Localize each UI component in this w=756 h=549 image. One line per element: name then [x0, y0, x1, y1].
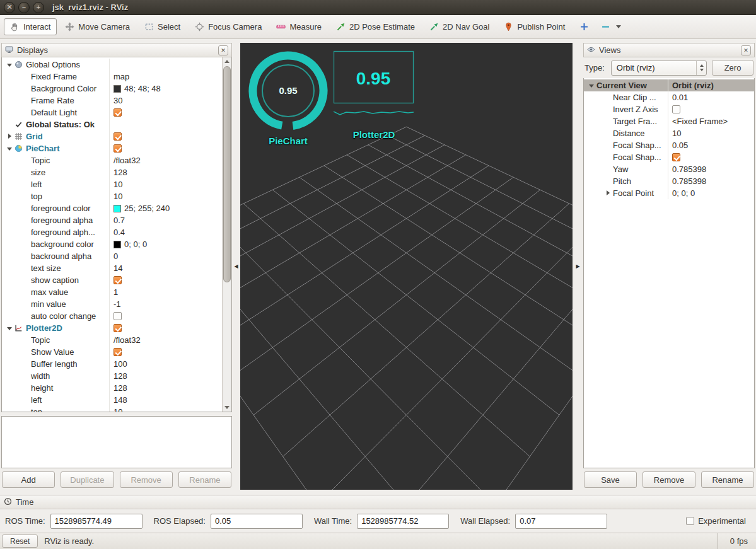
- displays-close-icon[interactable]: ✕: [218, 45, 228, 55]
- views-row-focal-shap[interactable]: Focal Shap...: [584, 151, 754, 163]
- views-splitter[interactable]: ▶: [573, 43, 583, 490]
- toolbar: InteractMove CameraSelectFocus CameraMea…: [0, 15, 756, 39]
- displays-row-grid[interactable]: Grid: [2, 130, 221, 142]
- displays-row-background-color[interactable]: Background Color48; 48; 48: [2, 83, 221, 95]
- displays-panel-header[interactable]: Displays ✕: [1, 43, 232, 57]
- displays-row-min-value[interactable]: min value-1: [2, 298, 221, 310]
- expander-open-icon[interactable]: [6, 324, 15, 333]
- displays-row-topic[interactable]: Topic/float32: [2, 334, 221, 346]
- zero-button[interactable]: Zero: [712, 60, 753, 76]
- displays-row-left[interactable]: left148: [2, 394, 221, 406]
- scrollbar-thumb[interactable]: [223, 66, 231, 282]
- displays-row-foreground-color[interactable]: foreground color25; 255; 240: [2, 202, 221, 214]
- views-row-target-fra[interactable]: Target Fra...<Fixed Frame>: [584, 115, 754, 127]
- displays-row-backround-alpha[interactable]: backround alpha0: [2, 250, 221, 262]
- displays-row-max-value[interactable]: max value1: [2, 286, 221, 298]
- checkbox[interactable]: [113, 324, 122, 332]
- displays-row-left[interactable]: left10: [2, 178, 221, 190]
- displays-row-frame-rate[interactable]: Frame Rate30: [2, 95, 221, 107]
- maximize-button[interactable]: +: [33, 2, 44, 13]
- views-row-current-view[interactable]: Current ViewOrbit (rviz): [584, 79, 754, 91]
- rename-button[interactable]: Rename: [701, 471, 754, 488]
- displays-row-show-caption[interactable]: show caption: [2, 274, 221, 286]
- reset-button[interactable]: Reset: [2, 535, 38, 548]
- displays-row-size[interactable]: size128: [2, 166, 221, 178]
- displays-row-height[interactable]: height128: [2, 382, 221, 394]
- views-row-yaw[interactable]: Yaw0.785398: [584, 163, 754, 175]
- displays-row-global-options[interactable]: Global Options: [2, 59, 221, 71]
- expander-open-icon[interactable]: [6, 61, 15, 69]
- expander-open-icon[interactable]: [6, 144, 15, 153]
- minimize-button[interactable]: −: [18, 2, 30, 13]
- tool-select[interactable]: Select: [138, 18, 187, 35]
- checkbox[interactable]: [113, 348, 122, 356]
- views-row-focal-point[interactable]: Focal Point0; 0; 0: [584, 187, 754, 199]
- tool-publish-point[interactable]: Publish Point: [497, 18, 571, 35]
- displays-row-topic[interactable]: Topic/float32: [2, 154, 221, 166]
- ros-elapsed-input[interactable]: [211, 514, 303, 529]
- tool-measure[interactable]: Measure: [270, 18, 328, 35]
- remove-button[interactable]: Remove: [120, 471, 173, 488]
- rename-button[interactable]: Rename: [178, 471, 231, 488]
- views-close-icon[interactable]: ✕: [741, 45, 751, 55]
- experimental-wrap: Experimental: [686, 516, 751, 526]
- views-row-near-clip[interactable]: Near Clip ...0.01: [584, 91, 754, 103]
- views-panel-header[interactable]: Views ✕: [583, 43, 755, 57]
- displays-row-top[interactable]: top10: [2, 406, 221, 412]
- checkbox[interactable]: [672, 153, 680, 161]
- remove-button[interactable]: Remove: [643, 471, 695, 488]
- displays-row-text-size[interactable]: text size14: [2, 262, 221, 274]
- dropdown-caret-icon[interactable]: [616, 25, 621, 31]
- scroll-down-button[interactable]: [223, 403, 231, 412]
- ros-time-input[interactable]: [50, 514, 142, 529]
- displays-row-foreground-alpha[interactable]: foreground alpha0.7: [2, 214, 221, 226]
- expander-open-icon[interactable]: [588, 81, 596, 90]
- views-row-invert-z-axis[interactable]: Invert Z Axis: [584, 103, 754, 115]
- displays-row-default-light[interactable]: Default Light: [2, 107, 221, 118]
- remove-tool-button[interactable]: [597, 18, 625, 35]
- displays-row-piechart[interactable]: PieChart: [2, 142, 221, 154]
- displays-row-top[interactable]: top10: [2, 190, 221, 202]
- add-tool-button[interactable]: [576, 18, 593, 35]
- expander-closed-icon[interactable]: [6, 132, 15, 141]
- displays-row-global-status-ok[interactable]: Global Status: Ok: [2, 118, 221, 130]
- displays-row-width[interactable]: width128: [2, 370, 221, 382]
- checkbox[interactable]: [113, 144, 122, 153]
- displays-splitter[interactable]: ◀: [232, 43, 240, 490]
- displays-row-show-value[interactable]: Show Value: [2, 346, 221, 358]
- tool-move-camera[interactable]: Move Camera: [59, 18, 136, 35]
- checkbox[interactable]: [113, 276, 122, 284]
- displays-row-foreground-alph[interactable]: foreground alph...0.4: [2, 226, 221, 238]
- tool-2d-nav-goal[interactable]: 2D Nav Goal: [423, 18, 496, 35]
- checkbox[interactable]: [672, 105, 680, 113]
- tool-interact[interactable]: Interact: [4, 18, 57, 35]
- checkbox[interactable]: [113, 132, 122, 141]
- add-button[interactable]: Add: [2, 471, 55, 488]
- save-button[interactable]: Save: [584, 471, 637, 488]
- expander-closed-icon[interactable]: [604, 189, 613, 198]
- scroll-up-button[interactable]: [223, 57, 231, 66]
- view-type-select[interactable]: Orbit (rviz): [611, 61, 707, 76]
- checkbox[interactable]: [113, 312, 122, 320]
- 3d-viewport[interactable]: 0.95 PieChart 0.95 Plotter2D: [240, 43, 573, 490]
- displays-scrollbar[interactable]: [222, 57, 231, 412]
- wall-elapsed-input[interactable]: [515, 514, 607, 529]
- tool-2d-pose-estimate[interactable]: 2D Pose Estimate: [330, 18, 421, 35]
- displays-row-buffer-length[interactable]: Buffer length100: [2, 358, 221, 370]
- views-row-distance[interactable]: Distance10: [584, 127, 754, 139]
- time-panel-header[interactable]: Time: [0, 495, 756, 509]
- displays-row-fixed-frame[interactable]: Fixed Framemap: [2, 71, 221, 83]
- experimental-checkbox[interactable]: [686, 517, 694, 525]
- close-button[interactable]: ✕: [4, 2, 15, 13]
- checkbox[interactable]: [113, 108, 122, 117]
- displays-row-plotter2d[interactable]: Plotter2D: [2, 322, 221, 334]
- views-row-focal-shap[interactable]: Focal Shap...0.05: [584, 139, 754, 151]
- displays-row-auto-color-change[interactable]: auto color change: [2, 310, 221, 322]
- tool-focus-camera[interactable]: Focus Camera: [189, 18, 268, 35]
- views-row-pitch[interactable]: Pitch0.785398: [584, 175, 754, 187]
- displays-row-background-color[interactable]: background color0; 0; 0: [2, 238, 221, 250]
- duplicate-button[interactable]: Duplicate: [61, 471, 113, 488]
- combo-spinner-icon[interactable]: [696, 61, 706, 75]
- wall-time-input[interactable]: [357, 514, 449, 529]
- titlebar[interactable]: ✕ − + jsk_rviz1.rviz - RViz: [0, 0, 756, 15]
